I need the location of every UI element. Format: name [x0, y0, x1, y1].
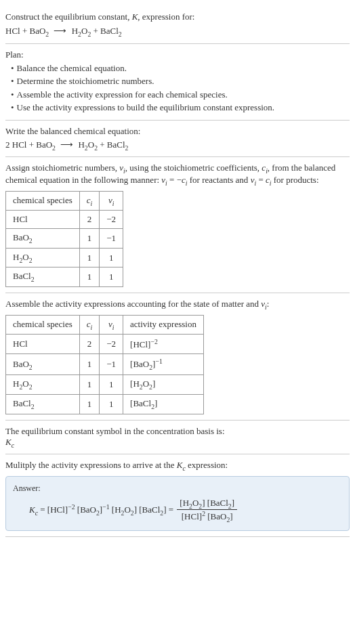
- symbol-label: The equilibrium constant symbol in the c…: [5, 426, 350, 437]
- cell-v: 1: [100, 248, 123, 267]
- cell-v: −2: [100, 211, 123, 229]
- activity-intro: Assemble the activity expressions accoun…: [5, 299, 350, 311]
- activity-header-species: chemical species: [6, 315, 80, 335]
- cell-c: 1: [79, 229, 100, 249]
- cell-expr: [HCl]−2: [123, 335, 204, 354]
- cell-c: 1: [79, 375, 100, 395]
- cell-species: BaO2: [6, 229, 80, 249]
- plan-list: Balance the chemical equation. Determine…: [5, 62, 350, 114]
- prompt-intro-text2: , expression for:: [138, 12, 194, 22]
- symbol-section: The equilibrium constant symbol in the c…: [5, 421, 350, 455]
- plan-item: Determine the stoichiometric numbers.: [5, 74, 350, 88]
- cell-v: 1: [100, 394, 123, 414]
- balanced-equation: 2 HCl + BaO2 ⟶ H2O2 + BaCl2: [5, 139, 350, 152]
- cell-species: HCl: [6, 211, 80, 229]
- answer-box: Answer: Kc = [HCl]−2 [BaO2]−1 [H2O2] [Ba…: [5, 476, 350, 532]
- cell-v: 1: [100, 375, 123, 395]
- stoich-table: chemical species ci νi HCl 2 −2 BaO2 1 −…: [5, 191, 123, 287]
- cell-expr: [H2O2]: [123, 375, 204, 395]
- stoich-header-c: ci: [79, 191, 100, 211]
- table-row: HCl 2 −2 [HCl]−2: [6, 335, 204, 354]
- stoich-intro: Assign stoichiometric numbers, νi, using…: [5, 163, 350, 186]
- multiply-label: Mulitply the activity expressions to arr…: [5, 460, 350, 472]
- table-row: H2O2 1 1 [H2O2]: [6, 375, 204, 395]
- stoich-section: Assign stoichiometric numbers, νi, using…: [5, 157, 350, 293]
- answer-expression: Kc = [HCl]−2 [BaO2]−1 [H2O2] [BaCl2] = […: [13, 498, 342, 524]
- table-row: BaCl2 1 1 [BaCl2]: [6, 394, 204, 414]
- cell-species: H2O2: [6, 375, 80, 395]
- cell-v: −2: [100, 335, 123, 354]
- cell-species: H2O2: [6, 248, 80, 267]
- cell-c: 1: [79, 267, 100, 287]
- symbol-value: Kc: [5, 437, 350, 449]
- activity-section: Assemble the activity expressions accoun…: [5, 293, 350, 421]
- cell-species: BaCl2: [6, 267, 80, 287]
- prompt-section: Construct the equilibrium constant, K, e…: [5, 5, 350, 44]
- plan-item: Balance the chemical equation.: [5, 62, 350, 75]
- activity-table: chemical species ci νi activity expressi…: [5, 315, 204, 414]
- cell-species: BaCl2: [6, 394, 80, 414]
- unbalanced-equation: HCl + BaO2 ⟶ H2O2 + BaCl2: [5, 26, 350, 38]
- plan-item: Assemble the activity expression for eac…: [5, 88, 350, 102]
- plan-section: Plan: Balance the chemical equation. Det…: [5, 44, 350, 121]
- activity-header-v: νi: [100, 315, 123, 335]
- cell-c: 1: [79, 394, 100, 414]
- cell-v: −1: [100, 354, 123, 375]
- cell-v: 1: [100, 267, 123, 287]
- prompt-intro: Construct the equilibrium constant, K, e…: [5, 11, 350, 23]
- table-row: HCl 2 −2: [6, 211, 123, 229]
- activity-header-expr: activity expression: [123, 315, 204, 335]
- answer-label: Answer:: [13, 484, 342, 494]
- multiply-section: Mulitply the activity expressions to arr…: [5, 454, 350, 537]
- stoich-header-species: chemical species: [6, 191, 80, 211]
- cell-species: BaO2: [6, 354, 80, 375]
- cell-c: 1: [79, 354, 100, 375]
- prompt-intro-text: Construct the equilibrium constant,: [5, 12, 132, 22]
- cell-species: HCl: [6, 335, 80, 354]
- table-row: BaO2 1 −1 [BaO2]−1: [6, 354, 204, 375]
- cell-c: 1: [79, 248, 100, 267]
- balanced-section: Write the balanced chemical equation: 2 …: [5, 121, 350, 158]
- plan-item: Use the activity expressions to build th…: [5, 101, 350, 114]
- plan-label: Plan:: [5, 49, 350, 60]
- cell-expr: [BaO2]−1: [123, 354, 204, 375]
- table-row: H2O2 1 1: [6, 248, 123, 267]
- cell-v: −1: [100, 229, 123, 249]
- table-row: BaO2 1 −1: [6, 229, 123, 249]
- balanced-label: Write the balanced chemical equation:: [5, 126, 350, 137]
- cell-expr: [BaCl2]: [123, 394, 204, 414]
- stoich-header-v: νi: [100, 191, 123, 211]
- cell-c: 2: [79, 335, 100, 354]
- table-row: BaCl2 1 1: [6, 267, 123, 287]
- activity-header-c: ci: [79, 315, 100, 335]
- cell-c: 2: [79, 211, 100, 229]
